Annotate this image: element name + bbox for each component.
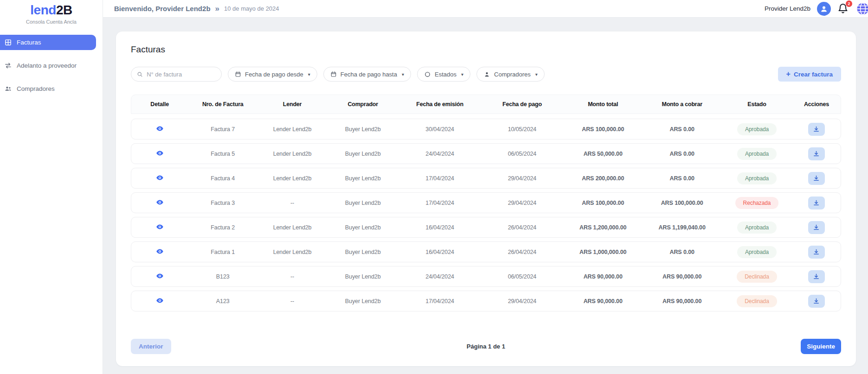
people-icon — [4, 85, 12, 93]
filter-label: Fecha de pago desde — [245, 71, 303, 78]
buyer-cell: Buyer Lend2b — [327, 200, 399, 206]
download-button[interactable] — [808, 197, 825, 209]
chevron-down-icon: ▾ — [535, 72, 538, 77]
download-button[interactable] — [808, 172, 825, 185]
status-cell: Declinada — [721, 271, 792, 283]
column-header: Monto a cobrar — [643, 101, 721, 108]
receivable-amount-cell: ARS 90,000.00 — [643, 273, 721, 280]
payment-date-cell: 26/04/2024 — [481, 224, 563, 231]
view-detail-button[interactable] — [156, 297, 164, 304]
detail-cell — [131, 297, 188, 306]
table-row: Factura 7 Lender Lend2b Buyer Lend2b 30/… — [131, 119, 841, 139]
create-invoice-label: Crear factura — [794, 71, 833, 78]
search-input[interactable] — [147, 71, 216, 78]
issue-date-cell: 17/04/2024 — [399, 200, 481, 206]
sidebar-item-adelanto[interactable]: Adelanto a proveedor — [0, 58, 103, 73]
buyer-cell: Buyer Lend2b — [327, 151, 399, 157]
status-badge: Aprobada — [737, 123, 777, 135]
filter-states[interactable]: Estados ▾ — [417, 67, 470, 82]
actions-cell — [792, 221, 841, 234]
invoice-number-cell: Factura 7 — [188, 126, 257, 133]
total-amount-cell: ARS 1,000,000.00 — [563, 249, 643, 255]
invoice-number-cell: B123 — [188, 273, 257, 280]
download-button[interactable] — [808, 123, 825, 136]
status-badge: Rechazada — [735, 197, 779, 209]
detail-cell — [131, 223, 188, 232]
sidebar-item-compradores[interactable]: Compradores — [0, 81, 103, 96]
view-detail-button[interactable] — [156, 247, 164, 255]
detail-cell — [131, 272, 188, 281]
filter-date-to[interactable]: Fecha de pago hasta ▾ — [323, 67, 411, 82]
status-cell: Declinada — [721, 295, 792, 307]
pagination: Anterior Página 1 de 1 Siguiente — [131, 330, 841, 354]
user-avatar[interactable] — [817, 2, 831, 16]
download-button[interactable] — [808, 295, 825, 308]
view-detail-button[interactable] — [156, 149, 164, 157]
table-row: Factura 5 Lender Lend2b Buyer Lend2b 24/… — [131, 143, 841, 164]
sidebar-menu: Facturas Adelanto a proveedor Compradore… — [0, 35, 103, 96]
status-cell: Aprobada — [721, 172, 792, 184]
payment-date-cell: 29/04/2024 — [481, 200, 563, 206]
download-button[interactable] — [808, 270, 825, 283]
grid-icon — [4, 38, 12, 46]
filter-buyers[interactable]: Compradores ▾ — [476, 67, 545, 82]
view-detail-button[interactable] — [156, 125, 164, 133]
sidebar-item-facturas[interactable]: Facturas — [0, 35, 96, 50]
download-button[interactable] — [808, 221, 825, 234]
invoice-number-cell: A123 — [188, 298, 257, 304]
receivable-amount-cell: ARS 1,199,040.00 — [643, 224, 721, 231]
column-header: Acciones — [792, 101, 841, 108]
notifications-button[interactable]: 2 — [837, 2, 849, 15]
language-button[interactable] — [856, 2, 868, 16]
buyer-cell: Buyer Lend2b — [327, 175, 399, 182]
logo-text-lend: lend — [30, 3, 56, 17]
detail-cell — [131, 125, 188, 134]
buyer-cell: Buyer Lend2b — [327, 273, 399, 280]
current-date: 10 de mayo de 2024 — [224, 5, 279, 12]
invoice-number-cell: Factura 4 — [188, 175, 257, 182]
receivable-amount-cell: ARS 0.00 — [643, 175, 721, 182]
total-amount-cell: ARS 100,000.00 — [563, 126, 643, 133]
download-icon — [813, 199, 820, 206]
download-icon — [813, 126, 820, 133]
payment-date-cell: 29/04/2024 — [481, 175, 563, 182]
payment-date-cell: 29/04/2024 — [481, 298, 563, 304]
actions-cell — [792, 270, 841, 283]
status-cell: Aprobada — [721, 123, 792, 135]
detail-cell — [131, 149, 188, 158]
column-header: Detalle — [131, 101, 188, 108]
lender-cell: Lender Lend2b — [257, 126, 327, 133]
invoice-rows: Factura 7 Lender Lend2b Buyer Lend2b 30/… — [131, 119, 841, 315]
column-header: Comprador — [327, 101, 399, 108]
view-detail-button[interactable] — [156, 223, 164, 231]
view-detail-button[interactable] — [156, 174, 164, 182]
actions-cell — [792, 246, 841, 259]
column-header: Nro. de Factura — [188, 101, 257, 108]
issue-date-cell: 24/04/2024 — [399, 151, 481, 157]
next-page-button[interactable]: Siguiente — [801, 339, 841, 354]
status-badge: Aprobada — [737, 172, 777, 184]
chevron-down-icon: ▾ — [402, 72, 404, 77]
filter-date-from[interactable]: Fecha de pago desde ▾ — [228, 67, 317, 82]
chevron-down-icon: ▾ — [461, 72, 463, 77]
download-icon — [813, 150, 820, 157]
buyer-cell: Buyer Lend2b — [327, 249, 399, 255]
view-detail-button[interactable] — [156, 198, 164, 206]
status-cell: Aprobada — [721, 148, 792, 160]
invoice-search[interactable] — [131, 67, 222, 82]
table-row: Factura 1 Lender Lend2b Buyer Lend2b 16/… — [131, 241, 841, 262]
page-title: Facturas — [131, 44, 841, 55]
previous-page-button[interactable]: Anterior — [131, 339, 171, 354]
view-detail-button[interactable] — [156, 272, 164, 280]
chevron-down-icon: ▾ — [308, 72, 310, 77]
column-header: Lender — [257, 101, 327, 108]
create-invoice-button[interactable]: + Crear factura — [778, 67, 841, 82]
column-header: Fecha de emisión — [399, 101, 481, 108]
logo: lend2BB Consola Cuenta Ancla — [0, 0, 103, 25]
sidebar-item-label: Compradores — [17, 85, 55, 92]
lender-cell: Lender Lend2b — [257, 151, 327, 157]
eye-icon — [156, 223, 164, 231]
welcome-text: Bienvenido, Provider Lend2b — [114, 5, 211, 13]
download-button[interactable] — [808, 147, 825, 160]
download-button[interactable] — [808, 246, 825, 259]
